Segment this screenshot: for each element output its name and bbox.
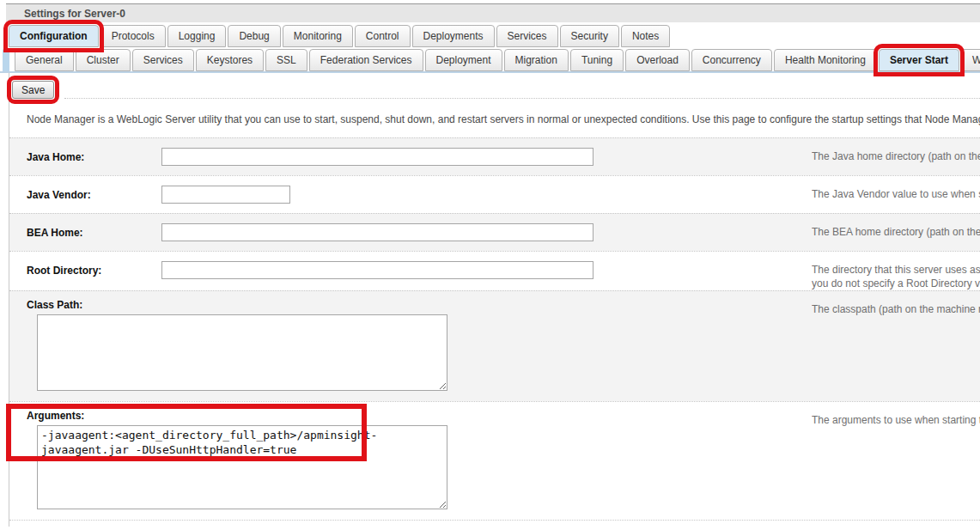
tab-label: Deployments: [423, 30, 484, 42]
tab-label: General: [26, 54, 63, 66]
tab-configuration[interactable]: Configuration: [9, 25, 99, 47]
tab-label: Concurrency: [703, 54, 761, 66]
help-line: The Java Vendor value to use when star: [812, 187, 980, 201]
page-description: Node Manager is a WebLogic Server utilit…: [9, 99, 980, 137]
tab-label: Cluster: [87, 54, 119, 66]
tab-label: Protocols: [112, 30, 155, 42]
field-label: BEA Home:: [27, 223, 161, 239]
subtab-web-services[interactable]: Web Services: [961, 49, 980, 71]
java-vendor-row: Java Vendor: The Java Vendor value to us…: [9, 175, 980, 213]
weblogic-console-page: Settings for Server-0 Configuration Prot…: [0, 3, 980, 527]
tab-label: Migration: [515, 54, 557, 66]
field-main-cell: Arguments:: [9, 402, 812, 520]
tab-label: Overload: [636, 54, 679, 66]
arguments-textarea[interactable]: [37, 425, 447, 509]
tab-label: Notes: [632, 30, 659, 42]
tab-monitoring[interactable]: Monitoring: [283, 25, 353, 47]
tab-label: SSL: [277, 54, 296, 66]
separator-line: [64, 98, 980, 99]
separator-line: [9, 520, 980, 524]
tab-label: Health Monitoring: [785, 54, 866, 66]
tab-label: Web Services: [972, 54, 980, 66]
tab-label: Configuration: [20, 30, 88, 42]
secondary-tab-bar: General Cluster Services Keystores SSL F…: [0, 49, 980, 73]
subtab-tuning[interactable]: Tuning: [570, 49, 624, 71]
subtab-cluster[interactable]: Cluster: [76, 49, 131, 71]
java-home-input[interactable]: [161, 148, 593, 166]
field-main-cell: BEA Home:: [9, 214, 812, 251]
bea-home-input[interactable]: [161, 223, 593, 241]
subtab-services[interactable]: Services: [132, 49, 194, 71]
help-line: The Java home directory (path on the m: [812, 149, 980, 163]
tab-label: Debug: [239, 30, 269, 42]
field-help-text: The BEA home directory (path on the ma: [812, 214, 980, 251]
tab-label: Keystores: [207, 54, 253, 66]
tab-security[interactable]: Security: [560, 25, 619, 47]
subtab-overload[interactable]: Overload: [625, 49, 690, 71]
secondary-tab-list: General Cluster Services Keystores SSL F…: [15, 49, 980, 71]
java-home-row: Java Home: The Java home directory (path…: [9, 137, 980, 175]
field-main-cell: Java Home:: [9, 138, 812, 175]
tab-deployments[interactable]: Deployments: [412, 25, 495, 47]
tab-services[interactable]: Services: [496, 25, 558, 47]
field-main-cell: Java Vendor:: [9, 176, 812, 213]
subtab-keystores[interactable]: Keystores: [196, 49, 264, 71]
tab-label: Server Start: [890, 54, 948, 66]
bea-home-row: BEA Home: The BEA home directory (path o…: [9, 213, 980, 251]
tab-label: Federation Services: [320, 54, 412, 66]
field-help-text: The classpath (path on the machine runn: [812, 291, 980, 401]
subtab-federation-services[interactable]: Federation Services: [309, 49, 423, 71]
tab-control[interactable]: Control: [355, 25, 411, 47]
subtab-deployment[interactable]: Deployment: [425, 49, 502, 71]
subtab-ssl[interactable]: SSL: [265, 49, 307, 71]
field-label: Java Vendor:: [27, 186, 161, 201]
help-line: The BEA home directory (path on the ma: [812, 225, 980, 239]
field-help-text: The arguments to use when starting this: [812, 402, 980, 520]
field-label: Java Home:: [27, 148, 161, 163]
root-directory-input[interactable]: [161, 261, 593, 279]
subtab-general[interactable]: General: [15, 49, 74, 71]
subtab-server-start[interactable]: Server Start: [879, 49, 959, 71]
field-help-text: The Java home directory (path on the m: [812, 138, 980, 175]
tab-label: Security: [571, 30, 608, 42]
settings-title-bar: Settings for Server-0: [6, 3, 980, 22]
class-path-row: Class Path: The classpath (path on the m…: [9, 290, 980, 401]
arguments-row: Arguments: The arguments to use when sta…: [9, 401, 980, 520]
tab-label: Tuning: [581, 54, 612, 66]
tab-logging[interactable]: Logging: [167, 25, 227, 47]
help-line: you do not specify a Root Directory valu: [812, 277, 980, 290]
tab-label: Deployment: [436, 54, 491, 66]
field-main-cell: Class Path:: [9, 291, 812, 401]
subtab-left-strip: [3, 49, 9, 71]
tab-label: Services: [508, 30, 547, 42]
field-label: Arguments:: [27, 410, 812, 422]
field-help-text: The directory that this server uses as i…: [812, 252, 980, 290]
tab-label: Logging: [179, 30, 216, 42]
content-area: Save Node Manager is a WebLogic Server u…: [9, 73, 980, 527]
field-help-text: The Java Vendor value to use when star: [812, 176, 980, 213]
tab-label: Services: [143, 54, 183, 66]
field-label: Root Directory:: [27, 261, 161, 277]
tab-protocols[interactable]: Protocols: [100, 25, 166, 47]
server-start-form: Java Home: The Java home directory (path…: [9, 137, 980, 520]
subtab-concurrency[interactable]: Concurrency: [691, 49, 772, 71]
page-title: Settings for Server-0: [24, 8, 125, 20]
tab-debug[interactable]: Debug: [228, 25, 280, 47]
subtab-health-monitoring[interactable]: Health Monitoring: [774, 49, 877, 71]
root-directory-row: Root Directory: The directory that this …: [9, 251, 980, 290]
help-line: The directory that this server uses as i…: [812, 263, 980, 277]
field-main-cell: Root Directory:: [9, 252, 812, 290]
java-vendor-input[interactable]: [161, 186, 290, 204]
tab-label: Control: [366, 30, 399, 42]
field-label: Class Path:: [27, 299, 812, 311]
tab-label: Monitoring: [294, 30, 342, 42]
subtab-migration[interactable]: Migration: [504, 49, 569, 71]
toolbar: Save: [9, 73, 980, 99]
primary-tab-bar: Configuration Protocols Logging Debug Mo…: [9, 25, 980, 47]
tab-notes[interactable]: Notes: [621, 25, 670, 47]
help-line: The classpath (path on the machine runn: [812, 302, 980, 316]
class-path-textarea[interactable]: [37, 314, 447, 391]
help-line: The arguments to use when starting this: [812, 413, 980, 427]
save-button[interactable]: Save: [12, 81, 54, 99]
